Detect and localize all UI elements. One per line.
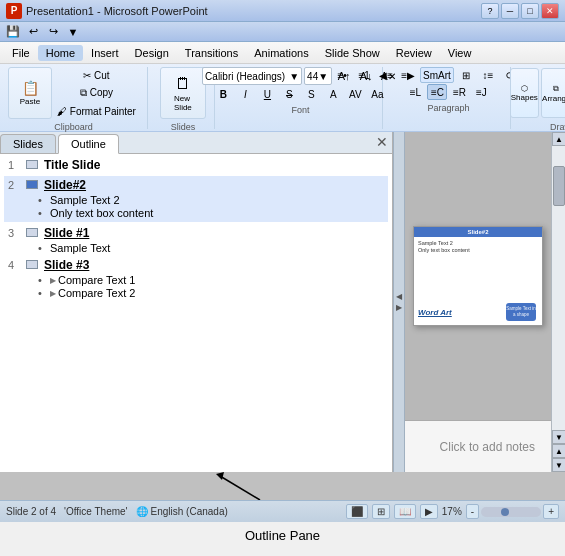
- numbering-button[interactable]: ≡1: [354, 67, 374, 83]
- zoom-in-button[interactable]: +: [543, 504, 559, 519]
- outline-slide-2-header: 2 Slide#2: [8, 178, 384, 192]
- menu-transitions[interactable]: Transitions: [177, 45, 246, 61]
- scroll-thumb[interactable]: [553, 166, 565, 206]
- slideshow-button[interactable]: ▶: [420, 504, 438, 519]
- quick-access-dropdown[interactable]: ▼: [64, 24, 82, 40]
- close-button[interactable]: ✕: [541, 3, 559, 19]
- menu-view[interactable]: View: [440, 45, 480, 61]
- status-left: Slide 2 of 4 'Office Theme' 🌐 English (C…: [6, 506, 228, 517]
- zoom-out-button[interactable]: -: [466, 504, 479, 519]
- ribbon-group-clipboard: 📋 Paste ✂ Cut ⧉ Copy 🖌 Format Painter Cl…: [4, 67, 148, 129]
- outline-num-2: 2: [8, 179, 22, 191]
- character-spacing-button[interactable]: AV: [345, 86, 365, 102]
- drawing-label: Drawing: [550, 122, 565, 132]
- outline-bullet-4-1: ▶ Compare Text 1: [36, 274, 384, 286]
- menu-file[interactable]: File: [4, 45, 38, 61]
- slide-preview[interactable]: Slide#2 Sample Text 2 Only text box cont…: [413, 226, 543, 326]
- ribbon-group-drawing: ⬡ Shapes ⧉ Arrange Quick Styles 🎨 Fill □…: [519, 67, 565, 129]
- tab-slides[interactable]: Slides: [0, 134, 56, 153]
- outline-num-3: 3: [8, 227, 22, 239]
- zoom-slider[interactable]: [481, 507, 541, 517]
- clipboard-secondary: ✂ Cut ⧉ Copy 🖌 Format Painter: [54, 67, 139, 119]
- slide-wordart: Word Art: [418, 308, 452, 317]
- outline-sub-4: ▶ Compare Text 1 ▶ Compare Text 2: [36, 274, 384, 299]
- shapes-button[interactable]: ⬡ Shapes: [510, 68, 539, 118]
- copy-button[interactable]: ⧉ Copy: [54, 85, 139, 101]
- language-indicator: 🌐 English (Canada): [136, 506, 228, 517]
- scroll-track[interactable]: [552, 146, 565, 430]
- font-label: Font: [291, 105, 309, 115]
- arrange-button[interactable]: ⧉ Arrange: [541, 68, 565, 118]
- outline-bullet-3-1: Sample Text: [36, 242, 384, 254]
- outline-title-1[interactable]: Title Slide: [44, 158, 100, 172]
- decrease-indent-button[interactable]: ◀≡: [376, 67, 396, 83]
- smartart-button[interactable]: SmArt: [420, 67, 454, 83]
- underline-button[interactable]: U: [257, 86, 277, 102]
- paste-button[interactable]: 📋 Paste: [8, 67, 52, 119]
- center-button[interactable]: ≡C: [427, 84, 447, 100]
- scroll-up-button[interactable]: ▲: [552, 132, 565, 146]
- strikethrough-button[interactable]: S: [279, 86, 299, 102]
- vertical-scrollbar[interactable]: ▲ ▼ ▲ ▼: [551, 132, 565, 472]
- minimize-button[interactable]: ─: [501, 3, 519, 19]
- format-painter-button[interactable]: 🖌 Format Painter: [54, 103, 139, 119]
- menu-design[interactable]: Design: [127, 45, 177, 61]
- scroll-split-down[interactable]: ▼: [552, 458, 565, 472]
- notes-placeholder[interactable]: Click to add notes: [440, 440, 535, 454]
- reading-view-button[interactable]: 📖: [394, 504, 416, 519]
- font-name-dropdown[interactable]: ▼: [289, 71, 299, 82]
- slide-icon-4: [26, 260, 38, 269]
- cut-button[interactable]: ✂ Cut: [54, 67, 139, 83]
- menu-animations[interactable]: Animations: [246, 45, 316, 61]
- columns-button[interactable]: ⊞: [456, 67, 476, 83]
- undo-button[interactable]: ↩: [24, 24, 42, 40]
- slide-bullet-1: Sample Text 2: [418, 240, 538, 246]
- align-left-button[interactable]: ≡L: [405, 84, 425, 100]
- caption-area: Outline Pane: [0, 522, 565, 549]
- font-color-button[interactable]: A: [323, 86, 343, 102]
- outline-title-2[interactable]: Slide#2: [44, 178, 86, 192]
- menu-home[interactable]: Home: [38, 45, 83, 61]
- arrow-icon-4-1: ▶: [50, 276, 56, 285]
- line-spacing-button[interactable]: ↕≡: [478, 67, 498, 83]
- outline-title-4[interactable]: Slide #3: [44, 258, 89, 272]
- quick-access-toolbar: 💾 ↩ ↪ ▼: [0, 22, 565, 42]
- justify-button[interactable]: ≡J: [471, 84, 491, 100]
- shadow-button[interactable]: S: [301, 86, 321, 102]
- increase-indent-button[interactable]: ≡▶: [398, 67, 418, 83]
- new-slide-icon: 🗒: [175, 75, 191, 93]
- panel-close-button[interactable]: ✕: [376, 131, 388, 153]
- svg-marker-1: [216, 472, 224, 480]
- italic-button[interactable]: I: [235, 86, 255, 102]
- font-size-dropdown[interactable]: ▼: [318, 71, 328, 82]
- scroll-split-up[interactable]: ▲: [552, 444, 565, 458]
- menu-insert[interactable]: Insert: [83, 45, 127, 61]
- normal-view-button[interactable]: ⬛: [346, 504, 368, 519]
- slide-content: Sample Text 2 Only text box content: [414, 237, 542, 256]
- menu-review[interactable]: Review: [388, 45, 440, 61]
- outline-title-3[interactable]: Slide #1: [44, 226, 89, 240]
- bullets-button[interactable]: ≡•: [332, 67, 352, 83]
- new-slide-button[interactable]: 🗒 NewSlide: [160, 67, 206, 119]
- font-name-box[interactable]: Calibri (Headings) ▼: [202, 67, 302, 85]
- tab-outline[interactable]: Outline: [58, 134, 119, 154]
- outline-slide-2: 2 Slide#2 Sample Text 2 Only text box co…: [4, 176, 388, 222]
- save-button[interactable]: 💾: [4, 24, 22, 40]
- align-right-button[interactable]: ≡R: [449, 84, 469, 100]
- status-right: ⬛ ⊞ 📖 ▶ 17% - +: [346, 504, 559, 519]
- panel-splitter[interactable]: ◀ ▶: [393, 132, 405, 472]
- outline-slide-4-header: 4 Slide #3: [8, 258, 384, 272]
- bold-button[interactable]: B: [213, 86, 233, 102]
- menu-slideshow[interactable]: Slide Show: [317, 45, 388, 61]
- slide-shape: Sample Text in a shape: [506, 303, 536, 321]
- change-case-button[interactable]: Aa: [367, 86, 387, 102]
- font-size-box[interactable]: 44 ▼: [304, 67, 332, 85]
- maximize-button[interactable]: □: [521, 3, 539, 19]
- scroll-down-button[interactable]: ▼: [552, 430, 565, 444]
- zoom-controls: - +: [466, 504, 559, 519]
- slide-sorter-button[interactable]: ⊞: [372, 504, 390, 519]
- language-text: English (Canada): [151, 506, 228, 517]
- redo-button[interactable]: ↪: [44, 24, 62, 40]
- slide-display-area: Slide#2 Sample Text 2 Only text box cont…: [405, 132, 551, 420]
- help-button[interactable]: ?: [481, 3, 499, 19]
